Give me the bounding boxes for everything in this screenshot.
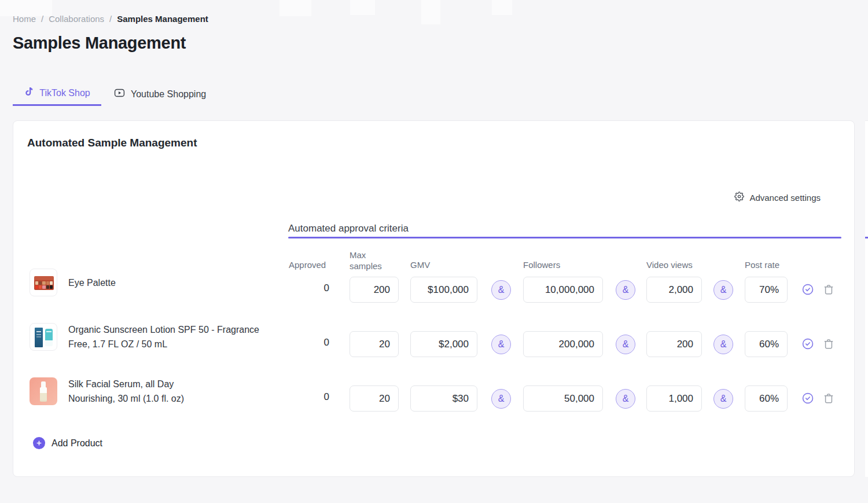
and-operator-badge[interactable]: & xyxy=(713,335,733,354)
post-rate-input[interactable] xyxy=(745,277,788,303)
criteria-header: Automated approval criteria xyxy=(288,223,409,234)
post-rate-input[interactable] xyxy=(745,331,788,357)
and-operator-badge[interactable]: & xyxy=(616,280,635,300)
background-artifact xyxy=(492,0,512,15)
gmv-input[interactable] xyxy=(410,331,477,357)
add-product-label: Add Product xyxy=(52,438,102,449)
tab-youtube-shopping[interactable]: Youtube Shopping xyxy=(112,82,208,106)
followers-input[interactable] xyxy=(523,385,603,412)
breadcrumb-home[interactable]: Home xyxy=(13,14,36,24)
confirm-check-icon[interactable] xyxy=(801,337,814,350)
delete-trash-icon[interactable] xyxy=(823,284,834,295)
video-views-input[interactable] xyxy=(646,331,702,357)
and-operator-badge[interactable]: & xyxy=(713,389,733,409)
tab-youtube-label: Youtube Shopping xyxy=(131,89,206,100)
breadcrumb-separator: / xyxy=(109,14,112,24)
adjacent-panel-sliver xyxy=(865,120,868,477)
product-image-eye-palette xyxy=(30,269,57,296)
background-artifact xyxy=(279,0,311,16)
followers-input[interactable] xyxy=(523,277,603,303)
plus-icon xyxy=(33,437,45,449)
product-name: Organic Sunscreen Lotion SPF 50 - Fragra… xyxy=(68,322,259,351)
breadcrumb-separator: / xyxy=(41,14,43,24)
followers-input[interactable] xyxy=(523,331,603,357)
post-rate-input[interactable] xyxy=(745,385,788,412)
product-image-sunscreen xyxy=(30,323,57,351)
max-samples-input[interactable] xyxy=(350,385,399,412)
delete-trash-icon[interactable] xyxy=(823,338,834,350)
panel-title: Automated Sample Management xyxy=(27,137,197,149)
and-operator-badge[interactable]: & xyxy=(616,389,635,409)
table-row: Eye Palette 0 & & & xyxy=(13,269,855,309)
and-operator-badge[interactable]: & xyxy=(713,280,733,300)
product-name: Eye Palette xyxy=(68,276,116,290)
video-views-input[interactable] xyxy=(646,277,702,303)
page-title: Samples Management xyxy=(13,34,186,53)
tab-tiktok-label: TikTok Shop xyxy=(39,88,90,98)
product-cell: Organic Sunscreen Lotion SPF 50 - Fragra… xyxy=(30,323,259,351)
automated-sample-management-panel: Automated Sample Management Advanced set… xyxy=(13,120,855,477)
video-views-input[interactable] xyxy=(646,385,702,412)
breadcrumb-collaborations[interactable]: Collaborations xyxy=(49,14,104,24)
confirm-check-icon[interactable] xyxy=(801,392,814,405)
tab-bar: TikTok Shop Youtube Shopping xyxy=(13,82,208,106)
product-image-serum xyxy=(30,377,57,405)
gmv-input[interactable] xyxy=(410,385,477,412)
gmv-input[interactable] xyxy=(410,277,477,303)
gear-icon xyxy=(734,192,744,203)
and-operator-badge[interactable]: & xyxy=(491,389,511,409)
add-product-button[interactable]: Add Product xyxy=(33,437,102,449)
approved-count: 0 xyxy=(289,337,329,348)
adjacent-panel-underline xyxy=(865,237,868,238)
advanced-settings-label: Advanced settings xyxy=(749,193,821,203)
table-row: Silk Facial Serum, all Day Nourishing, 3… xyxy=(13,377,855,418)
breadcrumb-current: Samples Management xyxy=(117,14,208,24)
tab-tiktok-shop[interactable]: TikTok Shop xyxy=(13,82,101,106)
tiktok-icon xyxy=(24,87,34,100)
approved-count: 0 xyxy=(289,282,329,294)
confirm-check-icon[interactable] xyxy=(801,283,814,296)
approved-count: 0 xyxy=(289,391,329,403)
delete-trash-icon[interactable] xyxy=(823,392,834,404)
youtube-icon xyxy=(114,87,125,101)
criteria-underline xyxy=(288,237,841,238)
table-row: Organic Sunscreen Lotion SPF 50 - Fragra… xyxy=(13,323,855,364)
product-name: Silk Facial Serum, all Day Nourishing, 3… xyxy=(68,377,184,406)
max-samples-input[interactable] xyxy=(350,331,399,357)
and-operator-badge[interactable]: & xyxy=(616,335,635,354)
max-samples-input[interactable] xyxy=(350,277,399,303)
and-operator-badge[interactable]: & xyxy=(491,280,511,300)
advanced-settings-button[interactable]: Advanced settings xyxy=(734,192,821,203)
background-artifact xyxy=(350,0,375,15)
background-artifact xyxy=(421,0,440,24)
product-cell: Eye Palette xyxy=(30,269,116,296)
and-operator-badge[interactable]: & xyxy=(491,335,511,354)
breadcrumb: Home / Collaborations / Samples Manageme… xyxy=(13,14,208,24)
product-cell: Silk Facial Serum, all Day Nourishing, 3… xyxy=(30,377,184,405)
